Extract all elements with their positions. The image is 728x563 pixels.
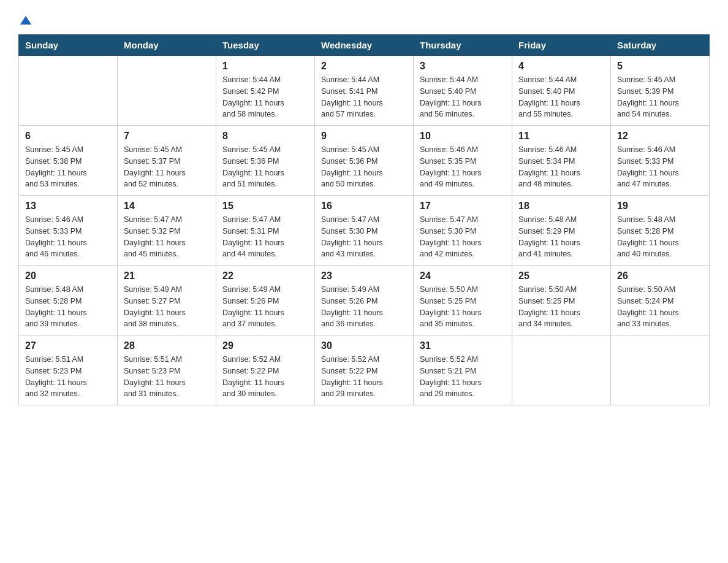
day-info: Sunrise: 5:48 AM Sunset: 5:28 PM Dayligh…	[617, 214, 703, 260]
day-number: 24	[420, 270, 506, 282]
day-number: 7	[124, 131, 210, 142]
day-number: 15	[222, 201, 308, 212]
day-cell: 8Sunrise: 5:45 AM Sunset: 5:36 PM Daylig…	[216, 126, 315, 196]
day-number: 13	[25, 201, 111, 212]
week-row-2: 6Sunrise: 5:45 AM Sunset: 5:38 PM Daylig…	[19, 126, 710, 196]
day-info: Sunrise: 5:52 AM Sunset: 5:22 PM Dayligh…	[222, 354, 308, 400]
day-info: Sunrise: 5:47 AM Sunset: 5:31 PM Dayligh…	[222, 214, 308, 260]
day-cell: 10Sunrise: 5:46 AM Sunset: 5:35 PM Dayli…	[414, 126, 512, 196]
day-info: Sunrise: 5:44 AM Sunset: 5:40 PM Dayligh…	[518, 74, 604, 120]
day-number: 22	[222, 270, 308, 282]
day-cell	[611, 335, 710, 405]
week-row-3: 13Sunrise: 5:46 AM Sunset: 5:33 PM Dayli…	[19, 196, 710, 266]
day-cell: 27Sunrise: 5:51 AM Sunset: 5:23 PM Dayli…	[19, 335, 118, 405]
day-cell: 15Sunrise: 5:47 AM Sunset: 5:31 PM Dayli…	[216, 196, 315, 266]
weekday-header-saturday: Saturday	[611, 35, 710, 56]
week-row-5: 27Sunrise: 5:51 AM Sunset: 5:23 PM Dayli…	[19, 335, 710, 405]
day-info: Sunrise: 5:46 AM Sunset: 5:35 PM Dayligh…	[420, 144, 506, 190]
day-cell: 29Sunrise: 5:52 AM Sunset: 5:22 PM Dayli…	[216, 335, 315, 405]
day-cell: 16Sunrise: 5:47 AM Sunset: 5:30 PM Dayli…	[315, 196, 414, 266]
day-number: 30	[321, 340, 407, 351]
day-number: 8	[222, 131, 308, 142]
day-info: Sunrise: 5:51 AM Sunset: 5:23 PM Dayligh…	[25, 354, 111, 400]
day-info: Sunrise: 5:44 AM Sunset: 5:40 PM Dayligh…	[420, 74, 506, 120]
day-number: 21	[124, 270, 210, 282]
day-number: 9	[321, 131, 407, 142]
day-number: 20	[25, 270, 111, 282]
day-number: 6	[25, 131, 111, 142]
day-number: 18	[518, 201, 604, 212]
day-info: Sunrise: 5:45 AM Sunset: 5:38 PM Dayligh…	[25, 144, 111, 190]
svg-marker-0	[20, 16, 31, 25]
day-cell: 28Sunrise: 5:51 AM Sunset: 5:23 PM Dayli…	[118, 335, 216, 405]
day-info: Sunrise: 5:47 AM Sunset: 5:30 PM Dayligh…	[420, 214, 506, 260]
weekday-header-thursday: Thursday	[414, 35, 512, 56]
day-info: Sunrise: 5:46 AM Sunset: 5:33 PM Dayligh…	[25, 214, 111, 260]
day-number: 29	[222, 340, 308, 351]
weekday-header-wednesday: Wednesday	[315, 35, 414, 56]
day-info: Sunrise: 5:46 AM Sunset: 5:33 PM Dayligh…	[617, 144, 703, 190]
day-number: 3	[420, 61, 506, 72]
weekday-header-friday: Friday	[512, 35, 611, 56]
day-cell: 6Sunrise: 5:45 AM Sunset: 5:38 PM Daylig…	[19, 126, 118, 196]
day-info: Sunrise: 5:48 AM Sunset: 5:28 PM Dayligh…	[25, 284, 111, 330]
day-cell	[118, 56, 216, 126]
day-cell: 31Sunrise: 5:52 AM Sunset: 5:21 PM Dayli…	[414, 335, 512, 405]
logo	[18, 12, 31, 28]
day-number: 23	[321, 270, 407, 282]
day-number: 27	[25, 340, 111, 351]
day-info: Sunrise: 5:45 AM Sunset: 5:36 PM Dayligh…	[222, 144, 308, 190]
day-info: Sunrise: 5:50 AM Sunset: 5:24 PM Dayligh…	[617, 284, 703, 330]
day-number: 31	[420, 340, 506, 351]
day-cell: 24Sunrise: 5:50 AM Sunset: 5:25 PM Dayli…	[414, 266, 512, 335]
weekday-header-monday: Monday	[118, 35, 216, 56]
day-number: 16	[321, 201, 407, 212]
day-number: 2	[321, 61, 407, 72]
day-info: Sunrise: 5:52 AM Sunset: 5:21 PM Dayligh…	[420, 354, 506, 400]
day-cell: 9Sunrise: 5:45 AM Sunset: 5:36 PM Daylig…	[315, 126, 414, 196]
day-number: 12	[617, 131, 703, 142]
day-cell	[19, 56, 118, 126]
day-info: Sunrise: 5:49 AM Sunset: 5:26 PM Dayligh…	[222, 284, 308, 330]
day-info: Sunrise: 5:50 AM Sunset: 5:25 PM Dayligh…	[420, 284, 506, 330]
day-cell: 12Sunrise: 5:46 AM Sunset: 5:33 PM Dayli…	[611, 126, 710, 196]
day-number: 1	[222, 61, 308, 72]
day-cell: 30Sunrise: 5:52 AM Sunset: 5:22 PM Dayli…	[315, 335, 414, 405]
day-info: Sunrise: 5:44 AM Sunset: 5:42 PM Dayligh…	[222, 74, 308, 120]
day-cell: 25Sunrise: 5:50 AM Sunset: 5:25 PM Dayli…	[512, 266, 611, 335]
day-number: 17	[420, 201, 506, 212]
day-info: Sunrise: 5:47 AM Sunset: 5:30 PM Dayligh…	[321, 214, 407, 260]
day-cell: 14Sunrise: 5:47 AM Sunset: 5:32 PM Dayli…	[118, 196, 216, 266]
day-number: 28	[124, 340, 210, 351]
weekday-header-row: SundayMondayTuesdayWednesdayThursdayFrid…	[19, 35, 710, 56]
day-number: 5	[617, 61, 703, 72]
day-cell: 1Sunrise: 5:44 AM Sunset: 5:42 PM Daylig…	[216, 56, 315, 126]
weekday-header-sunday: Sunday	[19, 35, 118, 56]
day-cell: 19Sunrise: 5:48 AM Sunset: 5:28 PM Dayli…	[611, 196, 710, 266]
day-info: Sunrise: 5:44 AM Sunset: 5:41 PM Dayligh…	[321, 74, 407, 120]
day-info: Sunrise: 5:49 AM Sunset: 5:26 PM Dayligh…	[321, 284, 407, 330]
day-info: Sunrise: 5:47 AM Sunset: 5:32 PM Dayligh…	[124, 214, 210, 260]
day-number: 19	[617, 201, 703, 212]
day-cell: 5Sunrise: 5:45 AM Sunset: 5:39 PM Daylig…	[611, 56, 710, 126]
week-row-1: 1Sunrise: 5:44 AM Sunset: 5:42 PM Daylig…	[19, 56, 710, 126]
day-cell: 23Sunrise: 5:49 AM Sunset: 5:26 PM Dayli…	[315, 266, 414, 335]
day-info: Sunrise: 5:49 AM Sunset: 5:27 PM Dayligh…	[124, 284, 210, 330]
day-info: Sunrise: 5:46 AM Sunset: 5:34 PM Dayligh…	[518, 144, 604, 190]
day-cell: 3Sunrise: 5:44 AM Sunset: 5:40 PM Daylig…	[414, 56, 512, 126]
day-cell: 18Sunrise: 5:48 AM Sunset: 5:29 PM Dayli…	[512, 196, 611, 266]
day-number: 26	[617, 270, 703, 282]
day-cell: 13Sunrise: 5:46 AM Sunset: 5:33 PM Dayli…	[19, 196, 118, 266]
day-cell: 2Sunrise: 5:44 AM Sunset: 5:41 PM Daylig…	[315, 56, 414, 126]
weekday-header-tuesday: Tuesday	[216, 35, 315, 56]
day-cell: 22Sunrise: 5:49 AM Sunset: 5:26 PM Dayli…	[216, 266, 315, 335]
day-number: 25	[518, 270, 604, 282]
day-info: Sunrise: 5:50 AM Sunset: 5:25 PM Dayligh…	[518, 284, 604, 330]
logo-triangle-icon	[20, 15, 31, 28]
day-cell	[512, 335, 611, 405]
day-cell: 4Sunrise: 5:44 AM Sunset: 5:40 PM Daylig…	[512, 56, 611, 126]
day-info: Sunrise: 5:45 AM Sunset: 5:37 PM Dayligh…	[124, 144, 210, 190]
header	[18, 12, 710, 28]
day-number: 14	[124, 201, 210, 212]
day-info: Sunrise: 5:45 AM Sunset: 5:39 PM Dayligh…	[617, 74, 703, 120]
